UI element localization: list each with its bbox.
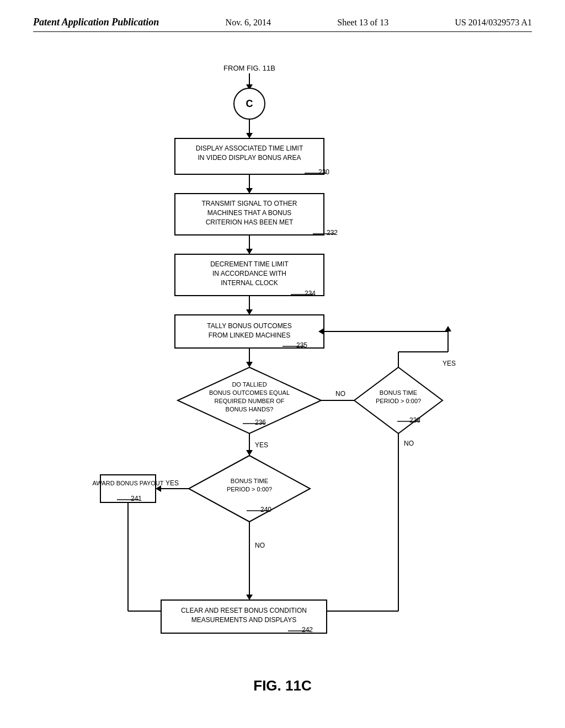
page: Patent Application Publication Nov. 6, 2… bbox=[0, 0, 565, 728]
svg-marker-9 bbox=[246, 249, 253, 254]
figure-caption: FIG. 11C bbox=[253, 677, 311, 694]
flowchart-svg: FROM FIG. 11B C DISPLAY ASSOCIATED TIME … bbox=[89, 54, 476, 661]
svg-marker-15 bbox=[246, 362, 253, 367]
node-240-text1: BONUS TIME bbox=[231, 478, 268, 484]
node-236-text1: DO TALLIED bbox=[232, 381, 266, 388]
node-236-text4: BONUS HANDS? bbox=[226, 406, 274, 413]
svg-marker-6 bbox=[246, 188, 253, 194]
node-235-ref: 235 bbox=[296, 341, 307, 349]
page-header: Patent Application Publication Nov. 6, 2… bbox=[33, 17, 532, 32]
no-label-238: NO bbox=[404, 440, 414, 447]
node-236-text3: REQUIRED NUMBER OF bbox=[214, 398, 284, 404]
node-234-text1: DECREMENT TIME LIMIT bbox=[210, 260, 289, 268]
node-235-text1: TALLY BONUS OUTCOMES bbox=[207, 322, 291, 330]
svg-marker-12 bbox=[246, 309, 253, 315]
node-242-ref: 242 bbox=[302, 626, 313, 634]
publication-date: Nov. 6, 2014 bbox=[226, 18, 271, 28]
yes-label-238: YES bbox=[443, 360, 456, 367]
node-234-ref: 234 bbox=[305, 290, 316, 297]
node-238-text2: PERIOD > 0:00? bbox=[376, 398, 421, 404]
node-230-ref: 230 bbox=[318, 168, 329, 176]
no-label-240: NO bbox=[255, 542, 265, 549]
svg-marker-3 bbox=[246, 133, 253, 138]
node-242-text2: MEASUREMENTS AND DISPLAYS bbox=[191, 616, 297, 624]
connector-label: C bbox=[246, 98, 253, 109]
svg-marker-40 bbox=[246, 595, 253, 600]
node-238-text1: BONUS TIME bbox=[380, 389, 417, 396]
node-241-ref: 241 bbox=[131, 495, 142, 502]
publication-title: Patent Application Publication bbox=[33, 17, 159, 28]
yes-label-236: YES bbox=[255, 441, 268, 449]
node-242-text1: CLEAR AND RESET BONUS CONDITION bbox=[181, 607, 307, 614]
node-232-text3: CRITERION HAS BEEN MET bbox=[206, 218, 294, 226]
node-240-text2: PERIOD > 0:00? bbox=[227, 486, 272, 493]
node-240-ref: 240 bbox=[260, 506, 271, 513]
node-230-text2: IN VIDEO DISPLAY BONUS AREA bbox=[198, 154, 301, 162]
node-235-text2: FROM LINKED MACHINES bbox=[209, 331, 291, 339]
node-232-text1: TRANSMIT SIGNAL TO OTHER bbox=[202, 200, 297, 207]
node-234-text2: IN ACCORDANCE WITH bbox=[212, 270, 286, 277]
yes-label-240: YES bbox=[166, 479, 179, 487]
no-label-236: NO bbox=[335, 390, 345, 398]
node-234-text3: INTERNAL CLOCK bbox=[221, 279, 278, 287]
svg-marker-23 bbox=[445, 326, 451, 331]
node-232-text2: MACHINES THAT A BONUS bbox=[207, 209, 292, 217]
sheet-info: Sheet 13 of 13 bbox=[337, 18, 388, 28]
node-241-text1: AWARD BONUS PAYOUT bbox=[93, 480, 164, 486]
node-232-ref: 232 bbox=[327, 229, 338, 237]
node-230-text1: DISPLAY ASSOCIATED TIME LIMIT bbox=[196, 144, 303, 152]
from-label: FROM FIG. 11B bbox=[223, 64, 275, 72]
svg-marker-31 bbox=[246, 450, 253, 456]
node-238-ref: 238 bbox=[409, 416, 420, 424]
node-241 bbox=[100, 475, 156, 502]
patent-number: US 2014/0329573 A1 bbox=[455, 18, 532, 28]
diagram-area: FROM FIG. 11B C DISPLAY ASSOCIATED TIME … bbox=[33, 54, 532, 694]
node-236-ref: 236 bbox=[255, 419, 266, 426]
node-236-text2: BONUS OUTCOMES EQUAL bbox=[209, 389, 290, 396]
